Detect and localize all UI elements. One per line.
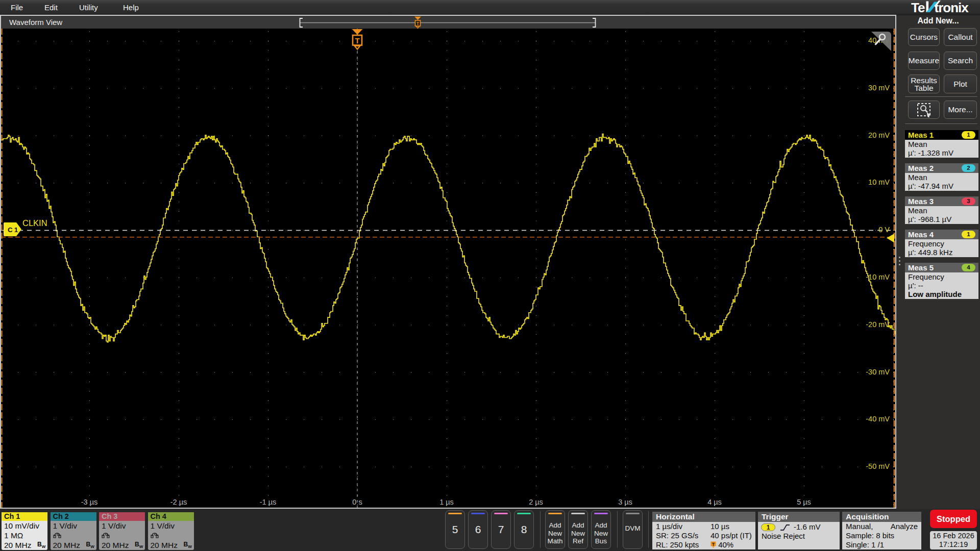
svg-text:-1 µs: -1 µs xyxy=(260,498,277,506)
svg-text:-2 µs: -2 µs xyxy=(170,498,187,506)
svg-text:-30 mV: -30 mV xyxy=(866,368,890,376)
svg-text:10 mV: 10 mV xyxy=(868,178,890,186)
svg-text:2 µs: 2 µs xyxy=(529,498,543,506)
svg-text:20 mV: 20 mV xyxy=(868,131,890,139)
svg-text:1 µs: 1 µs xyxy=(439,498,454,506)
svg-text:-20 mV: -20 mV xyxy=(866,320,890,329)
svg-text:CLKIN: CLKIN xyxy=(22,218,47,228)
svg-text:0 s: 0 s xyxy=(352,498,362,506)
svg-text:Te: Te xyxy=(911,1,925,15)
svg-text:3 µs: 3 µs xyxy=(618,498,632,506)
svg-text:4 µs: 4 µs xyxy=(707,498,722,506)
svg-text:T: T xyxy=(712,542,715,547)
svg-text:-10 mV: -10 mV xyxy=(866,273,890,281)
svg-text:30 mV: 30 mV xyxy=(868,84,890,92)
svg-text:0 V: 0 V xyxy=(878,226,890,234)
svg-text:tronix: tronix xyxy=(935,1,969,15)
svg-text:T: T xyxy=(416,21,420,26)
svg-text:-3 µs: -3 µs xyxy=(81,498,98,506)
svg-text:T: T xyxy=(355,36,359,45)
svg-text:5 µs: 5 µs xyxy=(797,498,811,506)
svg-text:-40 mV: -40 mV xyxy=(866,415,890,423)
svg-text:-50 mV: -50 mV xyxy=(866,462,890,470)
